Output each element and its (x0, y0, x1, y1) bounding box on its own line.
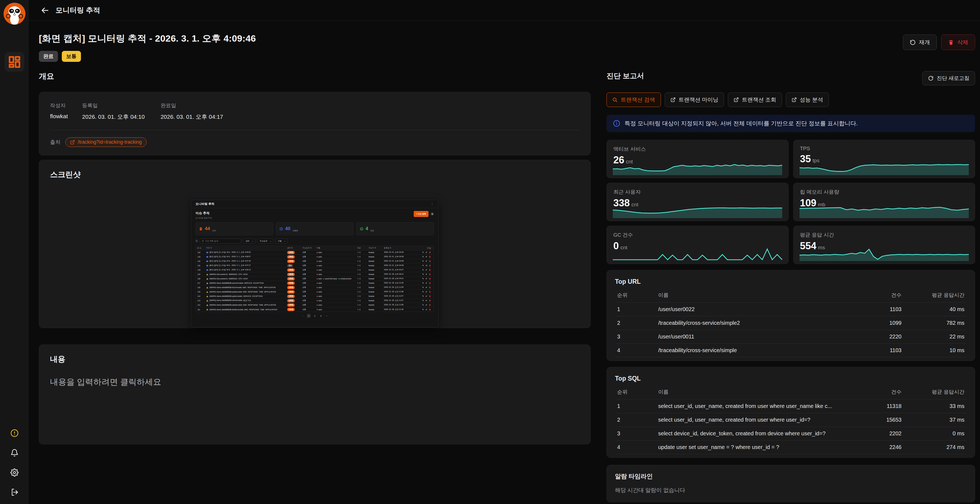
mini-table-row[interactable]: 133[화면 캡처] 모니터링 추적 - 2026. 3. 1. 오후 4:08… (196, 255, 434, 259)
report-refresh-button[interactable]: 진단 새로고침 (922, 71, 975, 85)
edit-pencil-icon[interactable]: ✎ (422, 282, 424, 284)
mini-table-row[interactable]: 115[WARN] /demo-6b668f8658-pkkbj/mobile:… (196, 290, 434, 294)
edit-pencil-icon[interactable]: ✎ (422, 255, 424, 258)
edit-pencil-icon[interactable]: ✎ (422, 304, 424, 306)
tab-트랜잭션 마이닝[interactable]: 트랜잭션 마이닝 (665, 93, 724, 107)
edit-pencil-icon[interactable]: ✎ (422, 251, 424, 254)
embedded-screenshot[interactable]: 모니터링 추적 ⋮ 이슈 추적 모니터링 장애 추적 + 이슈 등록 (191, 200, 439, 327)
tab-성능 분석[interactable]: 성능 분석 (786, 93, 829, 107)
mini-table-row[interactable]: 116[WARN] /demo-6b668f8658-ffzc0/mobile:… (196, 285, 434, 290)
mini-table-row[interactable]: 119[WARN] /k3s-worker01: WARNING_CPU_HIG… (196, 272, 434, 277)
mini-table-row[interactable]: 134[화면 캡처] 모니터링 추적 - 2026. 3. 1. 오후 4:09… (196, 250, 434, 255)
edit-pencil-icon[interactable]: ✎ (422, 264, 424, 267)
pagination-prev-icon[interactable]: ‹ (301, 314, 305, 318)
check-circle-icon[interactable]: ✔ (425, 251, 427, 254)
trash-icon[interactable]: 🗑 (429, 273, 431, 276)
alert-circle-icon[interactable] (10, 429, 19, 437)
kebab-menu-icon[interactable]: ⋮ (431, 202, 434, 206)
mini-column-header: 댓글 (357, 247, 369, 249)
mini-table-row[interactable]: 129[화면 캡처] 모니터링 추적 - 2026. 3. 1. 오후 4:06… (196, 268, 434, 272)
edit-pencil-icon[interactable]: ✎ (422, 290, 424, 293)
table-row[interactable]: 4update user set user_name = ? where use… (615, 440, 967, 454)
trash-icon[interactable]: 🗑 (429, 269, 431, 271)
mini-table-row[interactable]: 114[WARN] /demo-6b668f8658-pja5c/mobile:… (196, 294, 434, 298)
edit-pencil-icon[interactable]: ✎ (422, 286, 424, 289)
metric-label: 평균 응답 시간 (800, 231, 969, 239)
mini-table-row[interactable]: 112[WARN] /demo-6b668f8658-pkkbj/mobile:… (196, 303, 434, 307)
trash-icon[interactable]: 🗑 (429, 290, 431, 293)
back-arrow-icon[interactable] (40, 6, 49, 15)
content-placeholder[interactable]: 내용을 입력하려면 클릭하세요 (50, 376, 579, 388)
check-circle-icon[interactable]: ✔ (425, 273, 427, 276)
check-circle-icon[interactable]: ✔ (425, 269, 427, 271)
check-circle-icon[interactable]: ✔ (425, 260, 427, 262)
logout-icon[interactable] (10, 488, 19, 496)
trash-icon[interactable]: 🗑 (429, 295, 431, 297)
table-row[interactable]: 1select user_id, user_name, created from… (615, 399, 967, 413)
sidebar-item-dashboard[interactable] (5, 52, 24, 72)
mini-search-input[interactable]: 이슈 제목 검색... (200, 239, 241, 244)
source-link[interactable]: /tracking?id=tracking-tracking (65, 137, 146, 147)
check-circle-icon[interactable]: ✔ (425, 255, 427, 258)
trash-icon[interactable]: 🗑 (429, 286, 431, 289)
mini-gear-icon[interactable] (431, 212, 434, 216)
edit-pencil-icon[interactable]: ✎ (422, 260, 424, 262)
edit-pencil-icon[interactable]: ✎ (422, 273, 424, 276)
gear-icon[interactable] (10, 469, 19, 477)
trash-icon[interactable]: 🗑 (429, 255, 431, 258)
bell-icon[interactable] (10, 449, 19, 457)
table-row[interactable]: 3select device_id, device_token, created… (615, 427, 967, 440)
pagination-page-3[interactable]: 3 (319, 314, 323, 318)
tab-트랜잭션 조회[interactable]: 트랜잭션 조회 (728, 93, 782, 107)
app-logo-mascot[interactable] (3, 3, 25, 25)
mini-table-row[interactable]: 118[WARN] /k3s-worker01: WARNING_CPU_HIG… (196, 277, 434, 281)
check-circle-icon[interactable]: ✔ (425, 286, 427, 289)
trash-icon[interactable]: 🗑 (429, 282, 431, 284)
trash-icon[interactable]: 🗑 (429, 251, 431, 254)
mini-table-row[interactable]: 131[화면 캡처] 모니터링 추적 - 2026. 3. 1. 오후 4:07… (196, 263, 434, 268)
edit-pencil-icon[interactable]: ✎ (422, 308, 424, 311)
mini-table-row[interactable]: 113[WARN] /demo-6b668f8658-sfhml/mobile:… (196, 298, 434, 303)
trash-icon[interactable]: 🗑 (429, 299, 431, 302)
pagination-page-1[interactable]: 1 (307, 314, 310, 318)
mini-filter-select-상태[interactable]: 상태▾ (243, 239, 255, 244)
pagination-next-icon[interactable]: › (325, 314, 329, 318)
check-circle-icon[interactable]: ✔ (425, 308, 427, 311)
edit-pencil-icon[interactable]: ✎ (422, 295, 424, 297)
mini-filter-select-라벨[interactable]: 라벨▾ (275, 239, 288, 244)
check-circle-icon[interactable]: ✔ (425, 304, 427, 306)
table-cell: 782 ms (902, 320, 964, 326)
mini-table-row[interactable]: 117[WARN] /demo-6b668f8658-qmxvh/mobile:… (196, 281, 434, 285)
mini-register-issue-button[interactable]: + 이슈 등록 (414, 211, 428, 217)
edit-pencil-icon[interactable]: ✎ (422, 278, 424, 280)
tab-트랜잭션 검색[interactable]: 트랜잭션 검색 (606, 93, 661, 107)
table-row[interactable]: 4/traceability/cross-service/simple11031… (615, 344, 967, 357)
filter-icon[interactable]: ☰ (196, 240, 198, 242)
edit-pencil-icon[interactable]: ✎ (422, 299, 424, 302)
table-row[interactable]: 2/traceability/cross-service/simple21099… (615, 316, 967, 330)
pagination-page-2[interactable]: 2 (313, 314, 317, 318)
resume-button[interactable]: 재개 (903, 35, 937, 50)
check-circle-icon[interactable]: ✔ (425, 278, 427, 280)
table-cell: 1 (617, 403, 658, 409)
mini-table-row[interactable]: 132[화면 캡처] 모니터링 추적 - 2026. 3. 1. 오후 4:07… (196, 259, 434, 263)
table-row[interactable]: 2select user_id, user_name, created from… (615, 413, 967, 427)
mini-cell-title: [WARN] /demo-6b668f8658-pkkbj/mobile: BA… (206, 304, 287, 306)
undo-icon[interactable]: ↺ (425, 264, 427, 267)
check-circle-icon[interactable]: ✔ (425, 290, 427, 293)
check-circle-icon[interactable]: ✔ (425, 299, 427, 302)
check-circle-icon[interactable]: ✔ (425, 295, 427, 297)
content-card[interactable]: 내용 내용을 입력하려면 클릭하세요 (39, 345, 590, 444)
mini-table-row[interactable]: 111[WARN] /demo-6b668f8658-8m6bv/mobile:… (196, 307, 434, 312)
trash-icon[interactable]: 🗑 (429, 304, 431, 306)
table-row[interactable]: 1/user/user0022110340 ms (615, 303, 967, 316)
table-row[interactable]: 3/user/user0011222022 ms (615, 330, 967, 344)
edit-pencil-icon[interactable]: ✎ (422, 269, 424, 271)
trash-icon[interactable]: 🗑 (429, 260, 431, 262)
mini-filter-select-우선순위[interactable]: 우선순위▾ (257, 239, 274, 244)
trash-icon[interactable]: 🗑 (429, 278, 431, 280)
check-circle-icon[interactable]: ✔ (425, 282, 427, 284)
trash-icon[interactable]: 🗑 (429, 264, 431, 267)
delete-button[interactable]: 삭제 (941, 35, 975, 50)
trash-icon[interactable]: 🗑 (429, 308, 431, 311)
